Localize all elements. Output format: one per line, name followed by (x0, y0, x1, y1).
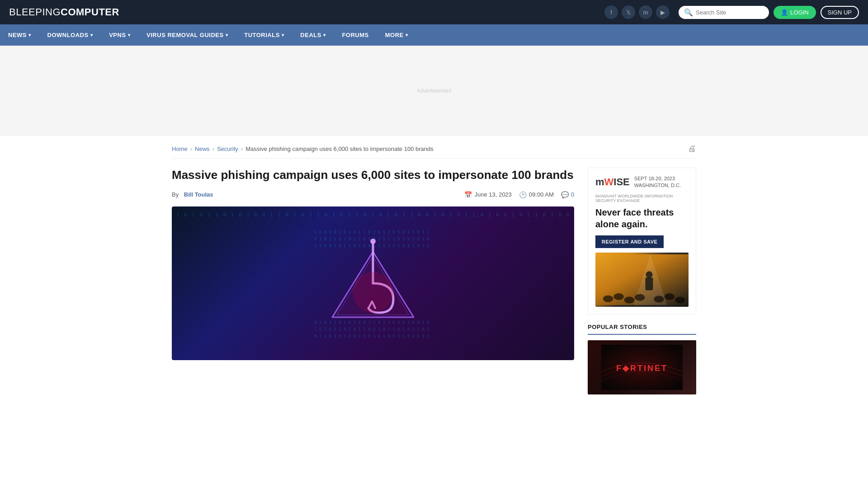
nav-downloads[interactable]: DOWNLOADS ▾ (39, 24, 101, 46)
site-logo[interactable]: BLEEPINGCOMPUTER (9, 6, 119, 18)
svg-point-19 (665, 293, 675, 300)
nav-forums[interactable]: FORUMS (334, 24, 377, 46)
logo-bold: COMPUTER (61, 6, 119, 18)
signup-button[interactable]: SIGN UP (821, 6, 859, 19)
breadcrumb-home[interactable]: Home (172, 145, 188, 152)
breadcrumb-current: Massive phishing campaign uses 6,000 sit… (245, 145, 434, 152)
svg-point-14 (603, 295, 613, 302)
article-meta: By Bill Toulas 📅 June 13, 2023 🕐 09:00 A… (172, 191, 574, 198)
nav-news[interactable]: NEWS ▾ (0, 24, 39, 46)
breadcrumb-left: Home › News › Security › Massive phishin… (172, 145, 434, 152)
svg-text:1 1 0 0 1 0 1 1 0 1 0 0 1 1 0 : 1 1 0 0 1 0 1 1 0 1 0 0 1 1 0 1 0 1 0 0 … (314, 244, 429, 248)
sidebar: mWISE SEPT 18-20, 2023 WASHINGTON, D.C. … (588, 168, 696, 394)
fortinet-thumbnail: F◆RTINET (601, 345, 683, 390)
article-column: Massive phishing campaign uses 6,000 sit… (172, 168, 574, 360)
ad-logo-area: mWISE SEPT 18-20, 2023 WASHINGTON, D.C. (595, 175, 689, 189)
article-hero-image: 1 0 1 1 0 1 0 1 0 1 1 0 1 0 1 1 0 1 0 1 … (172, 206, 574, 360)
breadcrumb-security[interactable]: Security (217, 145, 238, 152)
user-icon: 👤 (781, 9, 788, 16)
twitter-icon[interactable]: 𝕏 (622, 5, 635, 19)
calendar-icon: 📅 (464, 191, 472, 198)
popular-story-thumb-1[interactable]: F◆RTINET (588, 340, 696, 394)
article-comments[interactable]: 💬 0 (561, 191, 574, 198)
svg-point-18 (654, 296, 664, 302)
search-bar: 🔍 (679, 6, 769, 19)
breadcrumb: Home › News › Security › Massive phishin… (172, 136, 696, 159)
logo-light: BLEEPING (9, 6, 61, 18)
breadcrumb-sep-3: › (241, 145, 243, 152)
mwise-company: MANDIANT WORLDWIDE INFORMATION SECURITY … (595, 194, 689, 203)
svg-text:F◆RTINET: F◆RTINET (616, 364, 668, 373)
chevron-down-icon: ▾ (323, 33, 326, 38)
article-title: Massive phishing campaign uses 6,000 sit… (172, 168, 574, 183)
header: BLEEPINGCOMPUTER f 𝕏 m ▶ 🔍 👤 LOGIN SIGN … (0, 0, 868, 24)
svg-text:1 0 1 1 0 1 0 1 0 1 1 0 1 0 1 : 1 0 1 1 0 1 0 1 0 1 1 0 1 0 1 1 0 1 0 1 … (314, 230, 429, 235)
chevron-down-icon: ▾ (90, 33, 93, 38)
chevron-down-icon: ▾ (282, 33, 284, 38)
svg-point-17 (635, 294, 645, 301)
print-icon[interactable]: 🖨 (688, 144, 696, 154)
mwise-ad: mWISE SEPT 18-20, 2023 WASHINGTON, D.C. … (588, 168, 696, 314)
chevron-down-icon: ▾ (226, 33, 228, 38)
mwise-date: SEPT 18-20, 2023 WASHINGTON, D.C. (634, 175, 681, 189)
svg-text:0 1 0 1 1 0 1 0 1 0 0 1 1 0 1 : 0 1 0 1 1 0 1 0 1 0 0 1 1 0 1 1 0 1 0 1 … (314, 320, 429, 325)
article-meta-right: 📅 June 13, 2023 🕐 09:00 AM 💬 0 (464, 191, 574, 198)
nav-tutorials[interactable]: TUTORIALS ▾ (236, 24, 292, 46)
comment-icon: 💬 (561, 191, 569, 198)
svg-point-10 (370, 239, 376, 244)
article-date: 📅 June 13, 2023 (464, 191, 511, 198)
mwise-tagline: Never face threats alone again. (595, 206, 689, 230)
phishing-hook-illustration: 1 0 1 1 0 1 0 1 0 1 1 0 1 0 1 1 0 1 0 1 … (314, 225, 432, 342)
svg-point-22 (646, 271, 652, 278)
nav-virus-removal[interactable]: VIRUS REMOVAL GUIDES ▾ (138, 24, 236, 46)
article-meta-author: By Bill Toulas (172, 191, 213, 198)
main-nav: NEWS ▾ DOWNLOADS ▾ VPNS ▾ VIRUS REMOVAL … (0, 24, 868, 46)
search-icon: 🔍 (684, 8, 693, 17)
breadcrumb-sep-1: › (190, 145, 192, 152)
svg-point-15 (613, 293, 623, 300)
svg-point-11 (353, 272, 393, 313)
popular-stories-title: POPULAR STORIES (588, 324, 696, 335)
svg-point-16 (624, 296, 634, 303)
author-link[interactable]: Bill Toulas (184, 191, 213, 198)
conference-image (595, 253, 689, 307)
nav-vpns[interactable]: VPNS ▾ (101, 24, 138, 46)
conf-illustration (595, 253, 689, 307)
youtube-icon[interactable]: ▶ (656, 5, 670, 19)
breadcrumb-news[interactable]: News (195, 145, 210, 152)
clock-icon: 🕐 (519, 191, 527, 198)
by-label: By (172, 191, 179, 198)
ad-banner-top: Advertisement (0, 46, 868, 136)
social-icons: f 𝕏 m ▶ (604, 5, 670, 19)
svg-rect-21 (645, 277, 653, 290)
main-layout: Massive phishing campaign uses 6,000 sit… (172, 168, 696, 394)
nav-deals[interactable]: DEALS ▾ (292, 24, 334, 46)
svg-text:0 1 1 0 1 0 1 1 0 0 1 0 1 0 1 : 0 1 1 0 1 0 1 1 0 0 1 0 1 0 1 0 0 1 1 0 … (314, 334, 429, 338)
conference-image-inner (595, 253, 689, 307)
nav-more[interactable]: MORE ▾ (377, 24, 416, 46)
chevron-down-icon: ▾ (406, 33, 408, 38)
svg-point-20 (675, 296, 685, 303)
article-time: 🕐 09:00 AM (519, 191, 554, 198)
header-right: f 𝕏 m ▶ 🔍 👤 LOGIN SIGN UP (604, 5, 859, 19)
login-button[interactable]: 👤 LOGIN (774, 6, 816, 19)
breadcrumb-sep-2: › (212, 145, 214, 152)
mwise-logo: mWISE (595, 176, 630, 188)
popular-stories: POPULAR STORIES (588, 324, 696, 394)
content-wrapper: Home › News › Security › Massive phishin… (163, 136, 705, 394)
chevron-down-icon: ▾ (28, 33, 31, 38)
mastodon-icon[interactable]: m (639, 5, 652, 19)
chevron-down-icon: ▾ (128, 33, 131, 38)
search-input[interactable] (696, 9, 764, 16)
facebook-icon[interactable]: f (604, 5, 618, 19)
svg-text:1 0 1 0 0 1 0 1 0 1 1 0 0 1 0 : 1 0 1 0 0 1 0 1 0 1 1 0 0 1 0 1 1 0 1 0 … (314, 327, 429, 332)
register-save-button[interactable]: REGISTER AND SAVE (595, 235, 664, 248)
